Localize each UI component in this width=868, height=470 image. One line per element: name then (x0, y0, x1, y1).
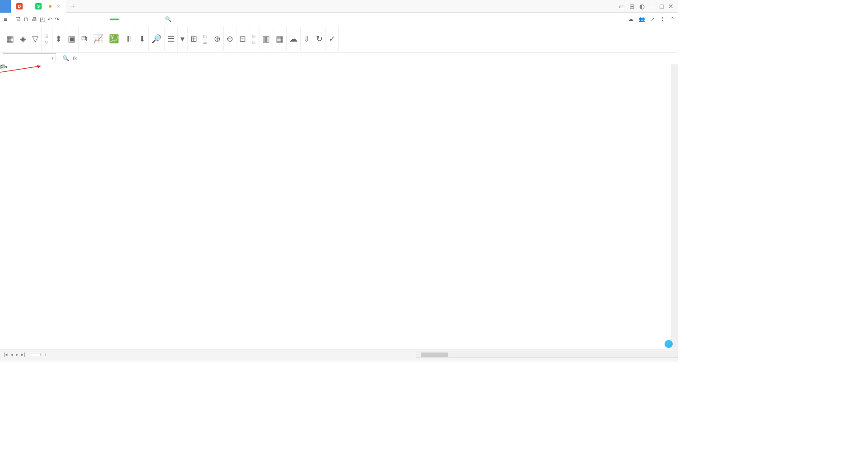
rb-cloud[interactable]: ☁ (287, 27, 301, 51)
cloud-status[interactable]: ☁ (628, 16, 633, 22)
tab-data[interactable] (110, 19, 119, 20)
rb-lookup[interactable]: 🔎 (149, 27, 165, 51)
rb-stock[interactable]: 📈 (90, 27, 106, 51)
maximize-icon[interactable]: □ (660, 3, 664, 10)
titlebar: D S × + ▭ ⊞ ◐ — □ ✕ (0, 0, 678, 13)
watermark (665, 340, 674, 348)
expand-icon[interactable]: ⌃ (670, 16, 675, 22)
fb-search-icon[interactable]: 🔍 (62, 55, 69, 61)
svg-marker-1 (37, 65, 41, 68)
share-button[interactable]: ↗ (651, 16, 655, 22)
tab-insert[interactable] (80, 19, 84, 20)
rb-detail[interactable]: ⊞ ⊟ (249, 27, 259, 51)
tab-formula[interactable] (100, 19, 104, 20)
grid-area: 🗐▾ (0, 64, 678, 349)
search-icon: 🔍 (165, 16, 171, 22)
tab-view[interactable] (135, 19, 139, 20)
horizontal-scrollbar[interactable] (416, 352, 678, 358)
apps-icon[interactable]: ⊞ (629, 3, 635, 10)
sheet-icon: S (35, 3, 42, 9)
sheet-bar: |◂ ◂ ▸ ▸| + (0, 349, 678, 360)
rb-group[interactable]: ⊕ (211, 27, 224, 51)
rb-import[interactable]: ⇩ (301, 27, 313, 51)
print-icon[interactable]: 🖶 (32, 16, 37, 23)
formula-bar: 🔍 fx (0, 52, 678, 64)
ribbon: ▦ ◈ ▽ ☑ ↻ ⬍ ▣ ⧉ 📈 💹 ⫼ ⬇ 🔎 ☰ ▾ ⊞ ⊡ ☰ ⊕ ⊖ … (0, 26, 678, 52)
rb-dropdown[interactable]: ▾ (178, 27, 188, 51)
docer-icon: D (16, 3, 23, 9)
rb-subtotal[interactable]: ⊟ (236, 27, 249, 51)
autofill-options-icon[interactable]: 🗐▾ (0, 64, 8, 70)
saveas-icon[interactable]: 🗋 (24, 16, 29, 23)
tab-docer[interactable]: D (11, 0, 30, 13)
tab-dev[interactable] (145, 19, 149, 20)
sheet-prev-icon[interactable]: ◂ (10, 352, 13, 357)
status-bar: ⌨ 👁 中· ▦ ▤ ▭ − ———○—— + (0, 360, 678, 362)
rb-showall[interactable]: ☑ ↻ (42, 27, 52, 51)
layout-icon[interactable]: ▭ (619, 3, 625, 10)
sheet-tab[interactable] (29, 353, 41, 356)
rb-smart[interactable]: ◈ (17, 27, 29, 51)
window-controls: ▭ ⊞ ◐ — □ ✕ (619, 3, 678, 10)
vertical-scrollbar[interactable] (671, 64, 678, 349)
sheet-first-icon[interactable]: |◂ (4, 352, 8, 357)
sheet-next-icon[interactable]: ▸ (16, 352, 19, 357)
minimize-icon[interactable]: — (649, 3, 656, 10)
tab-review[interactable] (125, 19, 129, 20)
add-sheet[interactable]: + (41, 352, 51, 357)
coop-button[interactable]: 👥 (639, 16, 645, 22)
tab-workbook[interactable]: S × (30, 0, 66, 13)
rb-dup[interactable]: ▣ (65, 27, 79, 51)
more-icon[interactable]: ⋮ (660, 16, 665, 22)
undo-icon[interactable]: ↶ (47, 16, 52, 23)
save-icon[interactable]: 🖫 (15, 16, 21, 23)
rb-filter[interactable]: ▽ (29, 27, 42, 51)
tab-layout[interactable] (90, 19, 94, 20)
menubar: ≡ 🖫 🗋 🖶 ◰ ↶ ↷ 🔍 ☁ 👥 ↗ ⋮ ⌃ (0, 13, 678, 26)
redo-icon[interactable]: ↷ (55, 16, 59, 23)
preview-icon[interactable]: ◰ (40, 16, 45, 23)
rb-compare[interactable]: ⧉ (79, 27, 90, 51)
rb-refresh[interactable]: ↻ (313, 27, 326, 51)
rb-consol[interactable]: ⊞ (188, 27, 200, 51)
unsaved-dot-icon (49, 5, 52, 8)
tab-home[interactable] (0, 0, 11, 13)
rb-valid[interactable]: ☰ (165, 27, 178, 51)
rb-mergetbl[interactable]: ▦ (273, 27, 287, 51)
rb-proof[interactable]: ✓ (326, 27, 339, 51)
rb-splittbl[interactable]: ▥ (259, 27, 273, 51)
rb-fund[interactable]: 💹 (106, 27, 122, 51)
name-box[interactable] (3, 53, 56, 63)
rb-ungroup[interactable]: ⊖ (224, 27, 236, 51)
fx-icon[interactable]: fx (73, 55, 77, 61)
rb-fill[interactable]: ⬇ (136, 27, 149, 51)
rb-whatif[interactable]: ⊡ ☰ (200, 27, 211, 51)
tab-member[interactable] (155, 19, 159, 20)
avatar-icon[interactable]: ◐ (639, 3, 645, 10)
close-icon[interactable]: × (57, 3, 60, 9)
search-box[interactable]: 🔍 (165, 16, 173, 22)
rb-split[interactable]: ⫼ (122, 27, 136, 51)
rb-sort[interactable]: ⬍ (52, 27, 65, 51)
tab-add[interactable]: + (66, 0, 80, 13)
burger-icon[interactable]: ≡ (4, 16, 7, 23)
close-window-icon[interactable]: ✕ (668, 3, 674, 10)
rb-pivot[interactable]: ▦ (4, 27, 17, 51)
watermark-logo-icon (665, 340, 673, 348)
tab-start[interactable] (70, 19, 74, 20)
menu-tabs (70, 19, 159, 20)
sheet-last-icon[interactable]: ▸| (21, 352, 25, 357)
